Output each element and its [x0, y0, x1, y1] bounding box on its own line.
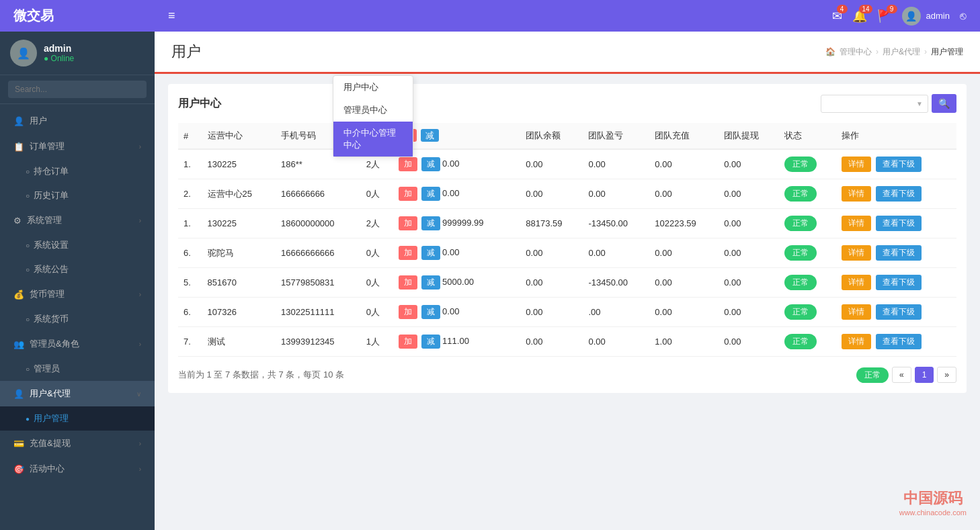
cell-team-recharge: 0.00 [649, 268, 719, 298]
status-badge-pagination: 正常 [856, 367, 889, 383]
add-button-3[interactable]: 加 [399, 246, 417, 260]
table-row: 7. 测试 13993912345 1人 加 减 111.00 0.00 0.0… [178, 327, 956, 357]
sidebar-item-activity[interactable]: 🎯 活动中心 › [0, 456, 155, 482]
status-badge-1[interactable]: 正常 [784, 186, 817, 202]
breadcrumb-user-agent[interactable]: 用户&代理 [883, 46, 920, 58]
col-team-profit: 团队盈亏 [583, 123, 649, 149]
detail-button-4[interactable]: 详情 [842, 275, 871, 290]
cell-phone: 15779850831 [276, 268, 361, 298]
cell-team-profit: -13450.00 [583, 209, 649, 238]
mail-icon-wrap[interactable]: ✉ 4 [832, 9, 842, 24]
dropdown-nav-user-center[interactable]: 用户中心 [333, 76, 413, 99]
status-badge-4[interactable]: 正常 [784, 275, 817, 290]
reduce-button-4[interactable]: 减 [421, 275, 440, 290]
sidebar-item-recharge-withdraw[interactable]: 💳 充值&提现 › [0, 431, 155, 456]
cell-status: 正常 [779, 327, 836, 357]
filter-select-wrap: ▼ [821, 95, 928, 113]
cell-op-center: 851670 [202, 268, 276, 298]
cell-status: 正常 [779, 298, 836, 327]
reduce-button-1[interactable]: 减 [421, 187, 440, 201]
chevron-right-icon-3: › [139, 291, 141, 298]
cell-team-recharge: 0.00 [649, 238, 719, 268]
chevron-right-icon: › [139, 143, 141, 150]
cell-team-profit: 0.00 [583, 179, 649, 209]
view-sub-button-2[interactable]: 查看下级 [876, 216, 922, 231]
status-badge-0[interactable]: 正常 [784, 157, 817, 172]
view-sub-button-6[interactable]: 查看下级 [876, 334, 922, 349]
cell-extra: 0人 [361, 179, 393, 209]
user-status: Online [44, 54, 74, 63]
sidebar-item-system-notice[interactable]: 系统公告 [0, 257, 155, 281]
user-table: # 运营中心 手机号码 加 减 团队余额 团队盈亏 团队充值 团队提现 状态 [178, 123, 956, 357]
bell-icon-wrap[interactable]: 🔔 14 [852, 9, 867, 24]
search-input[interactable] [8, 81, 147, 98]
detail-button-5[interactable]: 详情 [842, 304, 871, 320]
cell-action: 详情 查看下级 [836, 149, 956, 179]
sidebar-item-system-currency[interactable]: 系统货币 [0, 307, 155, 331]
detail-button-1[interactable]: 详情 [842, 186, 871, 202]
add-button-6[interactable]: 加 [399, 335, 417, 349]
sidebar-item-history-orders[interactable]: 历史订单 [0, 183, 155, 208]
view-sub-button-4[interactable]: 查看下级 [876, 275, 922, 290]
search-button[interactable]: 🔍 [932, 94, 956, 113]
sidebar-item-order-management[interactable]: 📋 订单管理 › [0, 134, 155, 159]
add-button-1[interactable]: 加 [399, 187, 417, 201]
sidebar-item-system-management[interactable]: ⚙ 系统管理 › [0, 208, 155, 233]
breadcrumb-management-center[interactable]: 管理中心 [840, 46, 872, 58]
detail-button-0[interactable]: 详情 [842, 157, 871, 172]
reduce-button-3[interactable]: 减 [421, 246, 440, 260]
cell-team-profit: .00 [583, 298, 649, 327]
pagination-info: 当前为 1 至 7 条数据，共 7 条，每页 10 条 [178, 369, 344, 381]
sidebar-item-user-management[interactable]: 用户管理 [0, 406, 155, 431]
watermark: 中国源码 www.chinacode.com [899, 488, 967, 517]
current-page-button[interactable]: 1 [915, 367, 934, 383]
cell-phone: 13993912345 [276, 327, 361, 357]
view-sub-button-0[interactable]: 查看下级 [876, 157, 922, 172]
col-status: 状态 [779, 123, 836, 149]
status-badge-5[interactable]: 正常 [784, 304, 817, 320]
add-button-5[interactable]: 加 [399, 305, 417, 319]
user-icon: 👤 [13, 116, 24, 126]
cell-action: 详情 查看下级 [836, 327, 956, 357]
prev-page-button[interactable]: « [892, 367, 911, 383]
add-button-4[interactable]: 加 [399, 275, 417, 290]
sidebar-item-admin[interactable]: 管理员 [0, 357, 155, 381]
sidebar-item-system-settings[interactable]: 系统设置 [0, 233, 155, 257]
reduce-button-6[interactable]: 减 [421, 335, 440, 349]
cell-action: 详情 查看下级 [836, 179, 956, 209]
filter-select[interactable] [821, 95, 928, 113]
reduce-button-5[interactable]: 减 [421, 305, 440, 319]
sidebar-item-admin-roles[interactable]: 👥 管理员&角色 › [0, 331, 155, 357]
menu-icon[interactable]: ≡ [168, 9, 175, 23]
reduce-button-0[interactable]: 减 [421, 157, 440, 171]
view-sub-button-3[interactable]: 查看下级 [876, 245, 922, 261]
status-badge-2[interactable]: 正常 [784, 216, 817, 231]
dropdown-nav-agent-center[interactable]: 中介中心管理中心 [333, 122, 413, 157]
sidebar-logo: 微交易 [0, 0, 155, 32]
cell-team-balance: 0.00 [520, 298, 583, 327]
detail-button-3[interactable]: 详情 [842, 245, 871, 261]
cell-num: 5. [178, 268, 202, 298]
flag-icon-wrap[interactable]: 🚩 9 [877, 9, 892, 24]
status-badge-6[interactable]: 正常 [784, 334, 817, 349]
view-sub-button-5[interactable]: 查看下级 [876, 304, 922, 320]
add-button-2[interactable]: 加 [399, 216, 417, 230]
sidebar-item-open-orders[interactable]: 持仓订单 [0, 159, 155, 183]
reduce-button-2[interactable]: 减 [421, 216, 440, 230]
table-row: 6. 107326 13022511111 0人 加 减 0.00 0.00 .… [178, 298, 956, 327]
next-page-button[interactable]: » [937, 367, 956, 383]
table-row: 2. 运营中心25 166666666 0人 加 减 0.00 0.00 0.0… [178, 179, 956, 209]
detail-button-2[interactable]: 详情 [842, 216, 871, 231]
sidebar-item-user[interactable]: 👤 用户 [0, 108, 155, 134]
recharge-icon: 💳 [13, 439, 24, 449]
mail-badge: 4 [837, 5, 848, 13]
detail-button-6[interactable]: 详情 [842, 334, 871, 349]
sidebar-item-user-agent[interactable]: 👤 用户&代理 ∨ [0, 381, 155, 406]
dropdown-nav-admin-center[interactable]: 管理员中心 [333, 99, 413, 122]
add-button-0[interactable]: 加 [399, 157, 417, 171]
sidebar-item-currency-management[interactable]: 💰 货币管理 › [0, 281, 155, 307]
status-badge-3[interactable]: 正常 [784, 245, 817, 261]
view-sub-button-1[interactable]: 查看下级 [876, 186, 922, 202]
topbar-user[interactable]: 👤 admin [902, 7, 950, 26]
logout-icon[interactable]: ⎋ [960, 10, 967, 22]
